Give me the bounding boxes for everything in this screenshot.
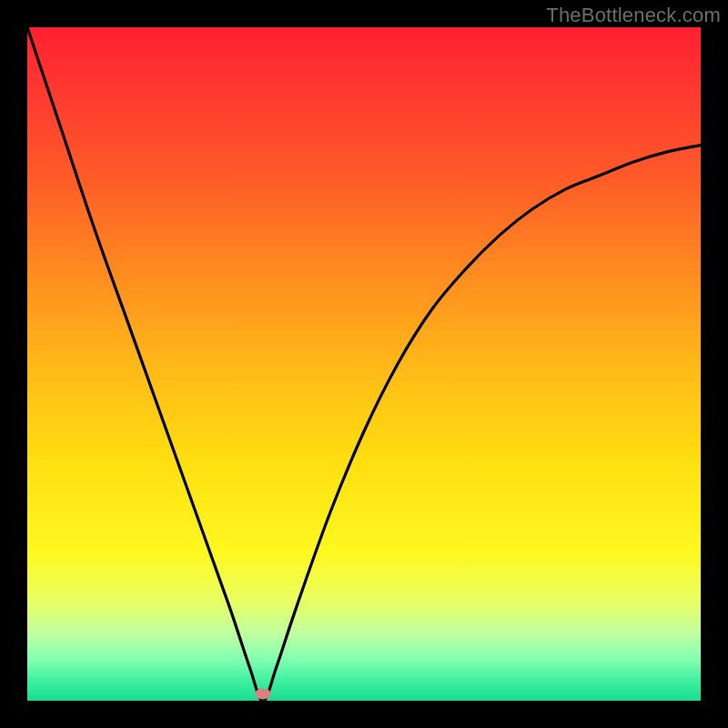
min-marker — [255, 689, 271, 700]
watermark-text: TheBottleneck.com — [546, 4, 721, 27]
plot-area — [27, 27, 701, 701]
curve-layer — [27, 27, 701, 701]
bottleneck-curve — [27, 27, 701, 701]
chart-frame: TheBottleneck.com — [0, 0, 728, 728]
